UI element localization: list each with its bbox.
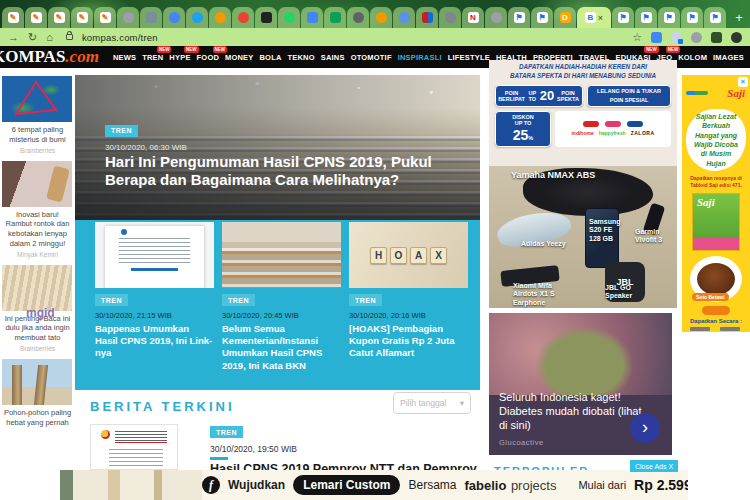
- b-favicon: B: [585, 12, 596, 23]
- browser-tab[interactable]: ⚑: [635, 7, 657, 28]
- refresh-icon[interactable]: ↻: [28, 32, 37, 43]
- ad-list-item[interactable]: Pohon-pohon paling hebat yang pernah: [2, 359, 73, 428]
- batara-ad[interactable]: DAPATKAN HADIAH-HADIAH KEREN DARI BATARA…: [489, 60, 677, 308]
- un-favicon: [399, 12, 410, 23]
- list-item-thumbnail[interactable]: [90, 424, 178, 470]
- category-badge[interactable]: TREN: [349, 294, 382, 306]
- address-bar[interactable]: kompas.com/tren: [82, 32, 158, 43]
- puzzle-extension-icon[interactable]: [711, 32, 722, 43]
- nav-item-bola[interactable]: BOLA: [259, 53, 281, 62]
- browser-tab-active[interactable]: B×: [577, 7, 611, 28]
- browser-tab[interactable]: [140, 7, 162, 28]
- nav-item-inspirasli[interactable]: INSPIRASLI: [398, 53, 442, 62]
- document-sheet: [105, 226, 204, 288]
- browser-tab[interactable]: ⚑: [531, 7, 553, 28]
- browser-tab[interactable]: ✎: [94, 7, 116, 28]
- browser-tab[interactable]: [163, 7, 185, 28]
- trees-thumbnail: [2, 359, 72, 405]
- close-ads-button[interactable]: Close Ads X: [630, 460, 678, 472]
- browser-tab[interactable]: [186, 7, 208, 28]
- category-badge[interactable]: TREN: [105, 125, 138, 137]
- browser-tab[interactable]: ✎: [2, 7, 24, 28]
- browser-tab[interactable]: [393, 7, 415, 28]
- forward-icon[interactable]: →: [8, 32, 19, 43]
- browser-tab[interactable]: [416, 7, 438, 28]
- nav-item-money[interactable]: MONEY: [225, 53, 254, 62]
- mgid-logo[interactable]: mgid: [26, 306, 55, 320]
- banner-text: Wujudkan: [228, 478, 285, 492]
- nav-item-tren[interactable]: TRENNEW: [142, 53, 163, 62]
- article-title[interactable]: [HOAKS] Pembagian Kupon Gratis Rp 2 Juta…: [349, 323, 468, 360]
- browser-tab[interactable]: ✎: [48, 7, 70, 28]
- wardrobe-photo: [60, 470, 202, 500]
- ad-headline: Seluruh Indonesia kaget! Diabetes mudah …: [499, 391, 649, 432]
- home-icon[interactable]: ⌂: [46, 32, 53, 43]
- article-title[interactable]: Hari Ini Pengumuman Hasil CPNS 2019, Puk…: [105, 153, 455, 190]
- glucoactive-ad[interactable]: Seluruh Indonesia kaget! Diabetes mudah …: [489, 313, 672, 455]
- ad-list-item[interactable]: Inovasi baru! Rambut rontok dan kebotaka…: [2, 161, 73, 258]
- prize-label: Garmin Vivofit 3: [635, 228, 675, 245]
- nav-item-hype[interactable]: HYPENEW: [169, 53, 190, 62]
- article-title[interactable]: Bappenas Umumkan Hasil CPNS 2019, Ini Li…: [95, 323, 214, 360]
- nav-item-kolom[interactable]: KOLOM: [678, 53, 707, 62]
- close-icon[interactable]: ✕: [738, 77, 748, 87]
- article-card[interactable]: TREN30/10/2020, 21:15 WIBBappenas Umumka…: [95, 222, 214, 372]
- nav-item-images[interactable]: IMAGES: [713, 53, 744, 62]
- browser-tab[interactable]: [485, 7, 507, 28]
- browser-tab[interactable]: [209, 7, 231, 28]
- ad-list-item[interactable]: 6 tempat paling misterius di bumiBrainbe…: [2, 76, 73, 154]
- browser-tab[interactable]: ⚑: [704, 7, 726, 28]
- browser-tab[interactable]: ✎: [25, 7, 47, 28]
- browser-tab[interactable]: ✎: [71, 7, 93, 28]
- arrow-right-button[interactable]: ›: [630, 413, 660, 443]
- date-filter-select[interactable]: Pilih tanggal ▾: [393, 392, 471, 414]
- profile-avatar[interactable]: [671, 32, 682, 43]
- article-title[interactable]: Belum Semua Kementerian/Instansi Umumkan…: [222, 323, 341, 372]
- browser-tab[interactable]: [324, 7, 346, 28]
- browser-tab[interactable]: ⚑: [508, 7, 530, 28]
- tab-close-icon[interactable]: ×: [598, 13, 603, 23]
- d-favicon: D: [560, 12, 571, 23]
- new-tab-button[interactable]: +: [730, 8, 748, 26]
- nav-item-sains[interactable]: SAINS: [321, 53, 345, 62]
- browser-tab[interactable]: [278, 7, 300, 28]
- browser-tab[interactable]: [439, 7, 461, 28]
- browser-tab[interactable]: D: [554, 7, 576, 28]
- category-badge[interactable]: TREN: [222, 294, 255, 306]
- nav-item-tekno[interactable]: TEKNO: [288, 53, 315, 62]
- banner-text: Mulai dari: [578, 479, 626, 491]
- fabelio-banner-ad[interactable]: f Wujudkan Lemari Custom Bersama fabelio…: [60, 470, 688, 500]
- browser-tab[interactable]: [301, 7, 323, 28]
- browser-tab[interactable]: [255, 7, 277, 28]
- nav-item-news[interactable]: NEWS: [113, 53, 136, 62]
- kompas-logo[interactable]: KOMPAS.com: [0, 47, 99, 67]
- saji-skyscraper-ad[interactable]: ✕ Saji Sajian Lezat Berkuah Hangat yang …: [682, 75, 750, 332]
- browser-tab[interactable]: [232, 7, 254, 28]
- browser-tab[interactable]: [370, 7, 392, 28]
- prize-label: Samsung S20 FE 128 GB: [589, 218, 623, 243]
- category-badge[interactable]: TREN: [210, 426, 243, 438]
- globe2-favicon: [353, 12, 364, 23]
- extension-icon[interactable]: [691, 32, 702, 43]
- brand-name: projects: [511, 478, 557, 493]
- nav-item-lifestyle[interactable]: LIFESTYLE: [448, 53, 490, 62]
- doc-favicon: ✎: [100, 12, 111, 23]
- browser-tab[interactable]: ⚑: [612, 7, 634, 28]
- browser-tab[interactable]: N: [462, 7, 484, 28]
- bookmark-star-icon[interactable]: ☆: [632, 31, 642, 44]
- ad-cta-button[interactable]: [702, 306, 730, 315]
- share-favicon: [169, 12, 180, 23]
- hero-article[interactable]: TREN 30/10/2020, 06:30 WIB Hari Ini Peng…: [75, 75, 480, 390]
- browser-tab[interactable]: ⚑: [658, 7, 680, 28]
- browser-tab[interactable]: [347, 7, 369, 28]
- category-badge[interactable]: TREN: [95, 294, 128, 306]
- ad-item-title: Pohon-pohon paling hebat yang pernah: [2, 408, 73, 428]
- browser-tab[interactable]: ⚑: [681, 7, 703, 28]
- article-card[interactable]: TREN30/10/2020, 20:45 WIBBelum Semua Kem…: [222, 222, 341, 372]
- article-card[interactable]: HOAXTREN30/10/2020, 20:16 WIB[HOAKS] Pem…: [349, 222, 468, 372]
- nav-item-food[interactable]: FOODNEW: [197, 53, 219, 62]
- nav-item-otomotif[interactable]: OTOMOTIF: [351, 53, 392, 62]
- translate-extension-icon[interactable]: [651, 32, 662, 43]
- account-icon[interactable]: [731, 32, 742, 43]
- browser-tab[interactable]: [117, 7, 139, 28]
